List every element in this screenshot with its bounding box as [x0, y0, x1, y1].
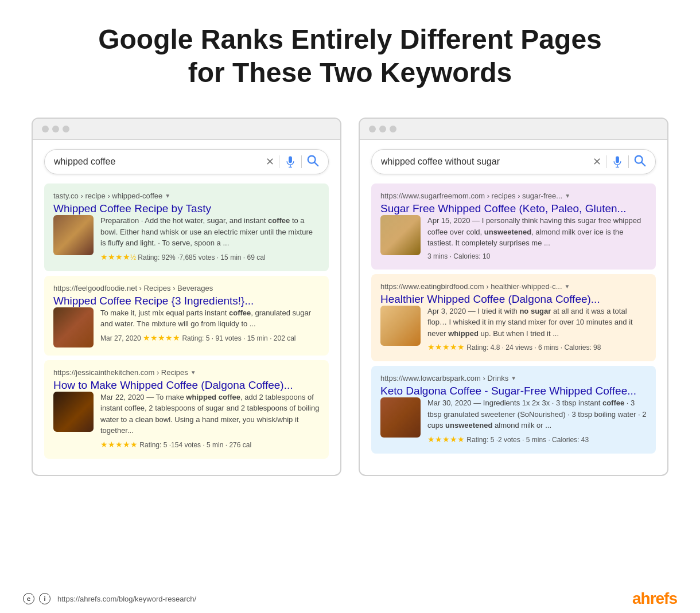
page-title: Google Ranks Entirely Different Pagesfor…: [0, 0, 700, 106]
result-item-3: https://jessicainthekitchen.com › Recipe…: [44, 360, 329, 459]
footer: c i https://ahrefs.com/blog/keyword-rese…: [0, 584, 700, 613]
result-thumb-r1: [380, 215, 421, 255]
svg-rect-0: [289, 157, 292, 163]
result-text-r2: Apr 3, 2020 — I tried it with no sugar a…: [427, 306, 647, 354]
stars-3: ★★★★★: [100, 440, 138, 449]
dot-yellow-r: [379, 126, 386, 132]
result-item-r3: https://www.lowcarbspark.com › Drinks ▼ …: [371, 366, 656, 454]
dot-green-r: [390, 126, 396, 132]
stars-2: ★★★★★: [143, 333, 180, 342]
meta-line-1: ★★★★½ Rating: 92% ·7,685 votes · 15 min …: [100, 251, 320, 263]
result-thumb-r3: [380, 397, 421, 438]
meta-line-2: Mar 27, 2020 ★★★★★ Rating: 5 · 91 votes …: [100, 332, 320, 344]
result-content-r3: Mar 30, 2020 — Ingredients 1x 2x 3x · 3 …: [380, 397, 647, 446]
result-title-2[interactable]: Whipped Coffee Recipe {3 Ingredients!}..…: [53, 295, 254, 307]
ahrefs-logo: ahrefs: [632, 589, 677, 608]
result-item-2: https://feelgoodfoodie.net › Recipes › B…: [44, 276, 329, 356]
result-content-1: Preparation · Add the hot water, sugar, …: [53, 215, 320, 263]
cc-icon: c: [23, 593, 34, 604]
browser-dots-right: [369, 126, 396, 132]
breadcrumb-r3: https://www.lowcarbspark.com › Drinks ▼: [380, 374, 647, 382]
search-box-left[interactable]: whipped coffee ✕: [44, 149, 329, 174]
divider-right: [606, 155, 606, 168]
result-text-r1: Apr 15, 2020 — I personally think having…: [427, 215, 647, 261]
result-thumb-r2: [380, 306, 421, 346]
clear-button-left[interactable]: ✕: [266, 155, 274, 168]
breadcrumb-dropdown-1[interactable]: ▼: [165, 193, 170, 199]
breadcrumb-dropdown-3[interactable]: ▼: [190, 369, 196, 376]
result-title-r3[interactable]: Keto Dalgona Coffee - Sugar-Free Whipped…: [380, 385, 636, 397]
left-browser: whipped coffee ✕: [32, 118, 341, 476]
result-content-2: To make it, just mix equal parts instant…: [53, 307, 320, 348]
divider-right-2: [628, 155, 629, 168]
breadcrumb-dropdown-r1[interactable]: ▼: [565, 193, 570, 199]
clear-button-right[interactable]: ✕: [593, 155, 601, 168]
browser-chrome-right: [360, 119, 667, 140]
result-thumb-1: [53, 215, 94, 255]
rating-text-1: Rating: 92% ·7,685 votes · 15 min · 69 c…: [138, 253, 265, 261]
result-item-1: tasty.co › recipe › whipped-coffee ▼ Whi…: [44, 183, 329, 271]
results-area-right: https://www.sugarfreemom.com › recipes ›…: [360, 183, 667, 470]
search-input-right[interactable]: whipped coffee without sugar: [381, 157, 588, 167]
result-text-2: To make it, just mix equal parts instant…: [100, 307, 320, 344]
result-title-3[interactable]: How to Make Whipped Coffee (Dalgona Coff…: [53, 379, 293, 391]
breadcrumb-dropdown-r3[interactable]: ▼: [511, 375, 516, 381]
result-thumb-2: [53, 307, 94, 348]
search-input-left[interactable]: whipped coffee: [54, 157, 261, 167]
meta-line-r1: 3 mins · Calories: 10: [427, 251, 647, 261]
stars-r3: ★★★★★: [427, 435, 465, 444]
meta-line-3: ★★★★★ Rating: 5 ·154 votes · 5 min · 276…: [100, 439, 320, 451]
right-browser: whipped coffee without sugar ✕: [359, 118, 668, 476]
browser-chrome-left: [33, 119, 340, 140]
breadcrumb-2: https://feelgoodfoodie.net › Recipes › B…: [53, 284, 320, 292]
divider-left-2: [301, 155, 302, 168]
svg-rect-5: [616, 157, 619, 163]
results-area-left: tasty.co › recipe › whipped-coffee ▼ Whi…: [33, 183, 340, 475]
dot-green: [63, 126, 69, 132]
search-button-left[interactable]: [306, 154, 319, 169]
stars-r2: ★★★★★: [427, 342, 465, 352]
result-text-3: Mar 22, 2020 — To make whipped coffee, a…: [100, 392, 320, 451]
mic-icon-left[interactable]: [284, 155, 297, 168]
meta-line-r3: ★★★★★ Rating: 5 ·2 votes · 5 mins · Calo…: [427, 434, 647, 446]
breadcrumb-dropdown-r2[interactable]: ▼: [565, 283, 570, 290]
dot-red: [42, 126, 49, 132]
result-item-r1: https://www.sugarfreemom.com › recipes ›…: [371, 183, 656, 270]
result-title-r2[interactable]: Healthier Whipped Coffee (Dalgona Coffee…: [380, 293, 600, 305]
svg-line-4: [314, 162, 318, 166]
result-content-r1: Apr 15, 2020 — I personally think having…: [380, 215, 647, 261]
breadcrumb-1: tasty.co › recipe › whipped-coffee ▼: [53, 192, 320, 200]
result-title-1[interactable]: Whipped Coffee Recipe by Tasty: [53, 202, 211, 214]
svg-line-9: [641, 162, 645, 166]
dot-yellow: [52, 126, 59, 132]
mic-icon-right[interactable]: [611, 155, 624, 168]
result-content-r2: Apr 3, 2020 — I tried it with no sugar a…: [380, 306, 647, 354]
result-title-r1[interactable]: Sugar Free Whipped Coffee (Keto, Paleo, …: [380, 202, 626, 214]
search-bar-area-left: whipped coffee ✕: [33, 140, 340, 183]
info-icon: i: [39, 593, 50, 604]
half-star-1: ½: [130, 253, 136, 261]
breadcrumb-r1: https://www.sugarfreemom.com › recipes ›…: [380, 192, 647, 200]
result-thumb-3: [53, 392, 94, 432]
result-text-r3: Mar 30, 2020 — Ingredients 1x 2x 3x · 3 …: [427, 397, 647, 446]
breadcrumb-r2: https://www.eatingbirdfood.com › healthi…: [380, 282, 647, 291]
search-button-right[interactable]: [633, 154, 646, 169]
breadcrumb-3: https://jessicainthekitchen.com › Recipe…: [53, 368, 320, 377]
result-text-1: Preparation · Add the hot water, sugar, …: [100, 215, 320, 263]
divider-left: [279, 155, 279, 168]
dot-red-r: [369, 126, 376, 132]
footer-icons: c i: [23, 593, 50, 604]
search-box-right[interactable]: whipped coffee without sugar ✕: [371, 149, 656, 174]
search-bar-area-right: whipped coffee without sugar ✕: [360, 140, 667, 183]
result-item-r2: https://www.eatingbirdfood.com › healthi…: [371, 274, 656, 362]
meta-line-r2: ★★★★★ Rating: 4.8 · 24 views · 6 mins · …: [427, 341, 647, 353]
browsers-container: whipped coffee ✕: [0, 106, 700, 487]
browser-dots-left: [42, 126, 69, 132]
footer-url: https://ahrefs.com/blog/keyword-research…: [57, 595, 196, 603]
stars-1: ★★★★: [100, 252, 130, 261]
result-content-3: Mar 22, 2020 — To make whipped coffee, a…: [53, 392, 320, 451]
